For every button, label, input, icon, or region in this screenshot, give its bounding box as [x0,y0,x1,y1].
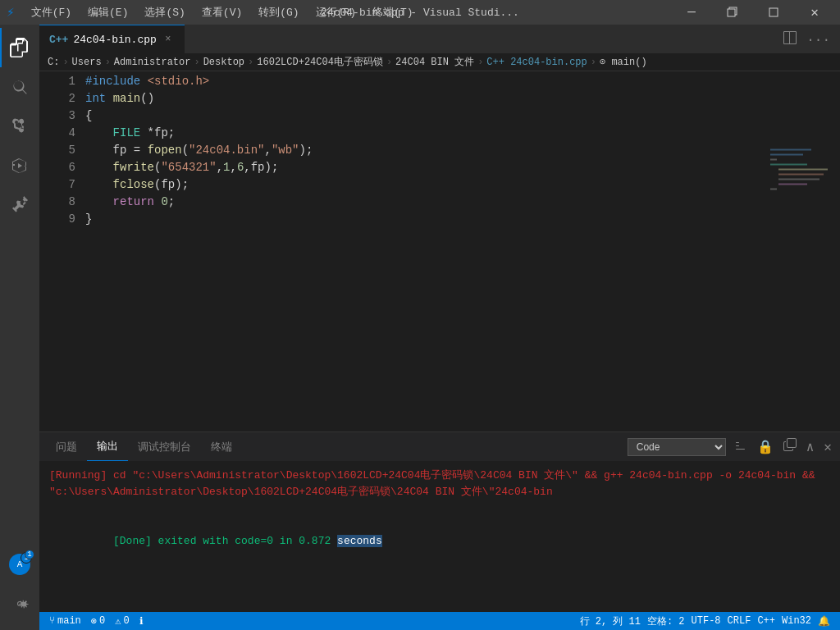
output-channel-select[interactable]: Code [628,438,726,456]
code-line-5: fp = fopen("24c04.bin","wb"); [85,142,766,159]
panel-collapse-button[interactable]: ∧ [805,437,816,457]
activity-extensions[interactable] [0,185,39,225]
vscode-logo-icon: ⚡ [7,4,15,21]
breadcrumb-function[interactable]: ⊙ main() [600,56,647,68]
panel-content[interactable]: [Running] cd "c:\Users\Administrator\Des… [39,461,840,612]
warnings-status[interactable]: ⚠ 0 [112,612,132,630]
panel-tab-problems[interactable]: 问题 [46,432,87,461]
svg-rect-3 [770,149,811,151]
breadcrumb-desktop[interactable]: Desktop [203,57,244,68]
panel-tab-terminal[interactable]: 终端 [201,432,242,461]
tab-label: 24c04-bin.cpp [73,34,156,46]
breadcrumb-users[interactable]: Users [72,57,102,68]
tab-close-button[interactable]: × [162,33,175,46]
code-line-1: #include <stdio.h> [85,73,766,90]
breadcrumb-admin[interactable]: Administrator [114,57,191,68]
titlebar-right: — ✕ [673,0,833,25]
svg-rect-11 [770,189,777,190]
done-prefix: [Done] exited [113,535,203,547]
line-col-status[interactable]: 行 2, 列 11 [577,612,644,630]
activity-settings[interactable] [0,584,39,623]
editor-tab[interactable]: C++ 24c04-bin.cpp × [39,25,185,53]
breadcrumb-file[interactable]: C++ 24c04-bin.cpp [486,57,587,68]
running-output: [Running] cd "c:\Users\Administrator\Des… [49,468,830,500]
warning-count: 0 [123,615,129,627]
account-badge: 1 [25,550,34,559]
titlebar: ⚡ 文件(F) 编辑(E) 选择(S) 查看(V) 转到(G) 运行(R) 终端… [0,0,840,25]
language-status[interactable]: C++ [754,612,778,630]
panel-tabs: 问题 输出 调试控制台 终端 Code [39,432,840,461]
status-right: 行 2, 列 11 空格: 2 UTF-8 CRLF C++ Win32 [577,612,833,630]
tab-bar: C++ 24c04-bin.cpp × ··· [39,25,840,53]
tab-actions: ··· [780,30,840,53]
code-line-9: } [85,211,766,228]
menu-goto[interactable]: 转到(G) [252,3,305,21]
notification-status[interactable]: 🔔 [815,612,833,630]
panel-filter-button[interactable] [733,436,749,457]
line-numbers: 1 2 3 4 5 6 7 8 9 [39,71,82,431]
panel-copy-button[interactable] [782,436,798,457]
done-seconds: seconds [337,535,382,547]
editor-area: C++ 24c04-bin.cpp × ··· C: › Users › Adm… [39,25,840,630]
svg-rect-7 [778,169,828,171]
breadcrumb-folder[interactable]: 24C04 BIN 文件 [395,55,474,69]
code-line-4: FILE *fp; [85,125,766,142]
git-branch-status[interactable]: ⑂ main [46,612,84,630]
code-line-3: { [85,107,766,125]
menu-view[interactable]: 查看(V) [195,3,249,21]
panel-close-button[interactable]: ✕ [822,437,833,457]
done-with: with [203,535,228,547]
output-panel: 问题 输出 调试控制台 终端 Code [39,431,840,612]
git-icon: ⑂ [49,615,55,627]
done-output: [Done] exited with code=0 in 0.872 secon… [49,517,830,566]
info-icon: ℹ [139,615,144,628]
info-status[interactable]: ℹ [136,612,147,630]
activity-source-control[interactable] [0,107,39,146]
breadcrumb-c[interactable]: C: [48,57,59,68]
maximize-button[interactable] [755,0,792,25]
split-editor-button[interactable] [780,30,800,50]
minimap [766,71,832,431]
close-button[interactable]: ✕ [796,0,833,25]
activity-explorer[interactable] [0,28,39,67]
code-line-7: fclose(fp); [85,176,766,194]
error-icon: ⊗ [91,615,97,628]
code-line-2: int main() [85,90,766,107]
status-bar: ⑂ main ⊗ 0 ⚠ 0 ℹ 行 2, 列 11 空格: 2 [39,612,840,630]
activity-bottom: A 1 [0,545,39,630]
git-branch-label: main [57,615,81,627]
minimize-button[interactable]: — [673,0,710,25]
main-layout: A 1 C++ 24c04-bin.cpp × [0,25,840,630]
spaces-status[interactable]: 空格: 2 [644,612,688,630]
panel-tab-output[interactable]: 输出 [87,432,128,461]
svg-rect-9 [778,179,819,180]
cpp-file-icon: C++ [49,34,68,46]
done-rest: code=0 in 0.872 [228,535,337,547]
activity-search[interactable] [0,67,39,107]
menu-edit[interactable]: 编辑(E) [81,3,135,21]
line-ending-status[interactable]: CRLF [724,612,755,630]
code-content[interactable]: #include <stdio.h> int main() { FILE *fp… [82,71,766,431]
breadcrumb: C: › Users › Administrator › Desktop › 1… [39,53,840,71]
more-actions-button[interactable]: ··· [803,31,833,49]
activity-account[interactable]: A 1 [0,545,39,584]
activity-bar: A 1 [0,25,39,630]
code-line-8: return 0; [85,194,766,211]
code-line-6: fwrite("654321",1,6,fp); [85,159,766,176]
svg-rect-6 [770,164,807,166]
code-editor[interactable]: 1 2 3 4 5 6 7 8 9 #include <stdio.h> int… [39,71,840,431]
restore-button[interactable] [714,0,751,25]
menu-select[interactable]: 选择(S) [138,3,191,21]
encoding-status[interactable]: UTF-8 [688,612,724,630]
breadcrumb-project[interactable]: 1602LCD+24C04电子密码锁 [257,55,383,69]
panel-tab-debug-console[interactable]: 调试控制台 [128,432,201,461]
panel-lock-button[interactable]: 🔒 [756,437,775,457]
activity-run-debug[interactable] [0,146,39,185]
menu-file[interactable]: 文件(F) [25,3,78,21]
svg-rect-2 [769,8,778,16]
svg-rect-8 [778,174,824,176]
editor-scrollbar[interactable] [832,71,840,431]
window-title: 24c04-bin.cpp - Visual Studi... [321,7,519,19]
errors-status[interactable]: ⊗ 0 [88,612,108,630]
platform-status[interactable]: Win32 [778,612,815,630]
